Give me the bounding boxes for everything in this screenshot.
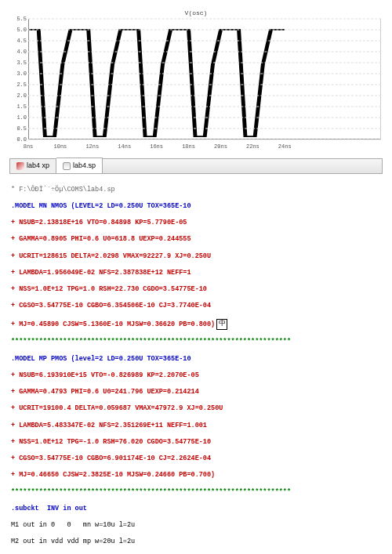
ytick-label: 2.0 xyxy=(8,92,27,100)
code-editor[interactable]: * F:\ÖÐÎ΄´÷Öµ\COMS\lab4.sp .MODEL MN NMO… xyxy=(5,174,387,554)
separator: ****************************************… xyxy=(11,338,381,346)
model-pmos-header: .MODEL MP PMOS (level=2 LD=0.250U TOX=36… xyxy=(11,355,381,364)
model-line: + UCRIT=19100.4 DELTA=0.059687 VMAX=4797… xyxy=(11,404,381,413)
model-line: + NSS=1.0E+12 TPG=1.0 RSH=22.730 CGDO=3.… xyxy=(11,285,381,294)
xtick-label: 12ns xyxy=(85,143,99,150)
model-line: + NSS=1.0E+12 TPG=-1.0 RSH=76.020 CGDO=3… xyxy=(11,438,381,447)
file-path-comment: * F:\ÖÐÎ΄´÷Öµ\COMS\lab4.sp xyxy=(11,186,381,194)
wave-icon xyxy=(16,162,24,170)
xtick-label: 8ns xyxy=(24,143,34,150)
model-line: + GAMMA=0.8905 PHI=0.6 U0=618.8 UEXP=0.2… xyxy=(11,235,381,244)
chart-title: V(osc) xyxy=(8,9,384,17)
tab-label: lab4.sp xyxy=(73,161,96,170)
waveform-chart: V(osc) 0.00.51.01.52.02.53.03.54.04.55.0… xyxy=(8,9,384,150)
ime-cursor-mark: 中 xyxy=(216,319,227,330)
model-line: + LAMBDA=1.956049E-02 NFS=2.387838E+12 N… xyxy=(11,269,381,277)
model-line: + GAMMA=0.4793 PHI=0.6 U0=241.796 UEXP=0… xyxy=(11,388,381,396)
tab-lab4-sp[interactable]: lab4.sp xyxy=(56,158,103,173)
xtick-label: 18ns xyxy=(182,143,195,150)
subckt-line: M2 out in vdd vdd mp w=20u l=2u xyxy=(11,538,381,546)
ytick-label: 5.5 xyxy=(8,16,27,23)
model-line: + CGSO=3.54775E-10 CGBO=6.901174E-10 CJ=… xyxy=(11,454,381,463)
ytick-label: 1.5 xyxy=(8,103,27,110)
xtick-label: 22ns xyxy=(246,143,260,150)
waveform-trace xyxy=(29,30,285,136)
xtick-label: 10ns xyxy=(54,143,67,150)
ytick-label: 0.0 xyxy=(8,136,27,143)
editor-tabbar: lab4 xp lab4.sp xyxy=(9,158,383,174)
ytick-label: 3.5 xyxy=(8,60,27,67)
model-line: + CGSO=3.54775E-10 CGBO=6.354506E-10 CJ=… xyxy=(11,302,381,310)
ytick-label: 2.5 xyxy=(8,81,27,89)
document-icon xyxy=(63,162,71,170)
ytick-label: 5.0 xyxy=(8,27,27,34)
xtick-label: 16ns xyxy=(150,143,163,150)
ytick-label: 4.0 xyxy=(8,49,27,56)
subckt-line: M1 out in 0 0 mn w=10u l=2u xyxy=(11,521,381,530)
tab-label: lab4 xp xyxy=(27,161,49,170)
tab-lab4-xp[interactable]: lab4 xp xyxy=(10,159,56,173)
model-line: + UCRIT=128615 DELTA=2.0298 VMAX=92227.9… xyxy=(11,252,381,261)
separator: ****************************************… xyxy=(11,488,381,497)
model-nmos-header: .MODEL MN NMOS (LEVEL=2 LD=0.250U TOX=36… xyxy=(11,202,381,211)
xtick-label: 20ns xyxy=(214,143,227,150)
model-line: + LAMBDA=5.483347E-02 NFS=2.351269E+11 N… xyxy=(11,422,381,430)
xtick-label: 24ns xyxy=(278,143,292,150)
model-line: + MJ=0.45890 CJSW=5.1360E-10 MJSW=0.3662… xyxy=(11,320,215,328)
model-line: + MJ=0.46650 CJSW=2.3825E-10 MJSW=0.2466… xyxy=(11,471,381,480)
subckt-line: .subckt INV in out xyxy=(11,505,381,513)
ytick-label: 0.5 xyxy=(8,125,27,132)
model-line: + NSUB=2.13818E+16 VTO=0.84898 KP=5.7790… xyxy=(11,219,381,227)
xtick-label: 14ns xyxy=(118,143,131,150)
model-line: + NSUB=6.193910E+15 VTO=-0.826989 KP=2.2… xyxy=(11,371,381,380)
plot-area xyxy=(28,19,381,139)
ytick-label: 4.5 xyxy=(8,38,27,45)
ytick-label: 1.0 xyxy=(8,114,27,121)
ytick-label: 3.0 xyxy=(8,71,27,78)
